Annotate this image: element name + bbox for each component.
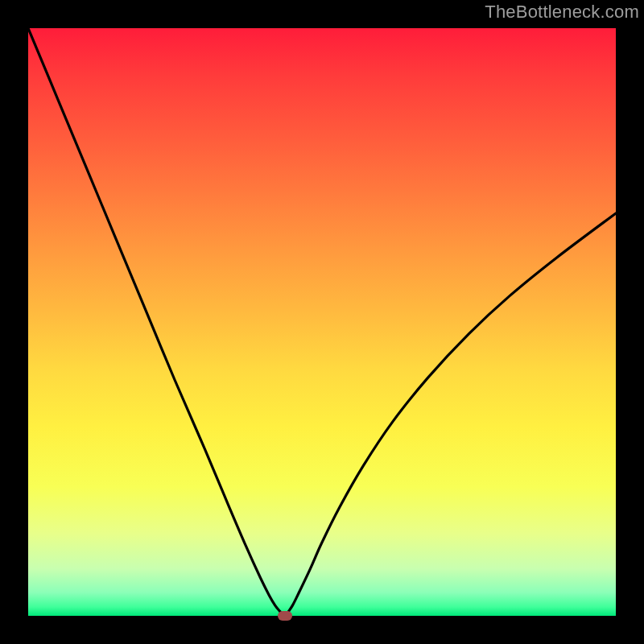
- chart-plot-area: [28, 28, 616, 616]
- bottleneck-curve: [28, 28, 616, 616]
- chart-frame: TheBottleneck.com: [0, 0, 644, 644]
- optimal-marker: [278, 611, 292, 621]
- watermark-text: TheBottleneck.com: [485, 2, 639, 23]
